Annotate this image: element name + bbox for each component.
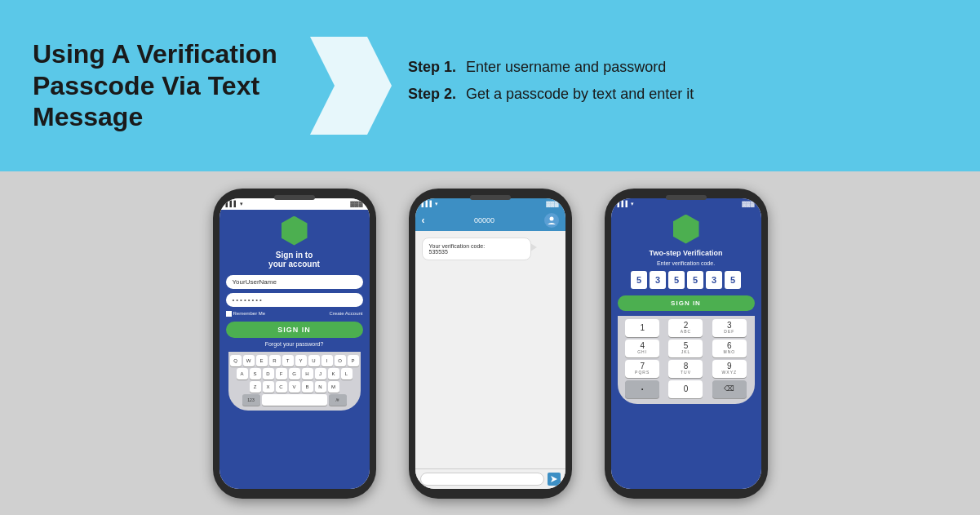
phone1-status-bar: ▌▌▌ ▾ ▓▓▓ (220, 198, 370, 210)
banner-steps: Step 1. Enter username and password Step… (392, 59, 947, 113)
key-j[interactable]: J (315, 368, 326, 380)
key-i[interactable]: I (321, 355, 333, 366)
key-d[interactable]: D (263, 368, 274, 380)
numpad-row4: · 0 ⌫ (621, 380, 752, 398)
numpad-row3: 7 PQRS 8 TUV 9 WXYZ (621, 360, 752, 378)
key-123[interactable]: 123 (242, 394, 260, 406)
create-account-link[interactable]: Create Account (329, 311, 362, 316)
username-input[interactable]: YourUserName (226, 275, 363, 289)
sign-in-button[interactable]: SIGN IN (226, 322, 363, 338)
phone2-screen: ▌▌▌ ▾ ▓▓▓ ‹ 00000 Your verification code… (415, 198, 565, 489)
num-key-0[interactable]: 0 (668, 380, 703, 398)
send-icon[interactable] (548, 473, 561, 486)
key-v[interactable]: V (289, 381, 300, 393)
bottom-area: ▌▌▌ ▾ ▓▓▓ Sign in to your account YourUs… (0, 171, 980, 515)
code-digit-4: 5 (687, 271, 703, 289)
step1-num: Step 1. (408, 59, 456, 76)
svg-marker-0 (310, 37, 392, 135)
code-digit-3: 5 (668, 271, 685, 289)
message-input-row (415, 468, 565, 489)
key-g[interactable]: G (289, 368, 300, 380)
key-special-chars[interactable]: /# (329, 394, 347, 406)
key-s[interactable]: S (250, 368, 261, 380)
code-digit-5: 3 (706, 271, 722, 289)
phone1-screen: ▌▌▌ ▾ ▓▓▓ Sign in to your account YourUs… (220, 198, 370, 489)
phone2-header: ‹ 00000 (415, 210, 565, 231)
verification-message: Your verification code:535535 (422, 238, 531, 260)
banner-left: Using A Verification Passcode Via Text M… (33, 38, 310, 132)
remember-me-label: Remember Me (226, 311, 266, 317)
key-m[interactable]: M (328, 381, 339, 393)
key-b[interactable]: B (302, 381, 313, 393)
phone1-app: Sign in to your account YourUserName •••… (220, 210, 370, 489)
keyboard: Q W E R T Y U I O P A S D (228, 352, 361, 411)
forgot-password-link[interactable]: Forgot your password? (265, 341, 324, 347)
key-l[interactable]: L (341, 368, 353, 380)
phone3-signal: ▌▌▌ ▾ (618, 201, 635, 207)
code-digit-1: 5 (631, 271, 647, 289)
key-t[interactable]: T (282, 355, 294, 366)
password-input[interactable]: •••••••• (226, 293, 363, 307)
key-u[interactable]: U (308, 355, 320, 366)
key-z[interactable]: Z (250, 381, 261, 393)
contact-avatar (544, 213, 559, 228)
num-key-dot[interactable]: · (625, 380, 659, 398)
key-w[interactable]: W (243, 355, 255, 366)
key-c[interactable]: C (276, 381, 287, 393)
num-key-7[interactable]: 7 PQRS (625, 360, 659, 378)
verify-title: Two-step Verification (650, 249, 723, 257)
step1: Step 1. Enter username and password (408, 59, 947, 76)
num-key-1[interactable]: 1 (625, 319, 659, 337)
sign-in-title: Sign in to your account (268, 251, 320, 269)
verify-subtitle: Enter verification code. (657, 260, 715, 266)
back-arrow-icon[interactable]: ‹ (422, 215, 425, 226)
num-key-5[interactable]: 5 JKL (668, 340, 703, 357)
num-key-6[interactable]: 6 MNO (712, 340, 747, 357)
key-a[interactable]: A (237, 368, 248, 380)
arrow-icon (310, 37, 392, 135)
num-key-8[interactable]: 8 TUV (668, 360, 703, 378)
remember-checkbox[interactable] (226, 311, 232, 317)
key-r[interactable]: R (269, 355, 281, 366)
phone3: ▌▌▌ ▾ ▓▓▓ Two-step Verification Enter ve… (605, 189, 768, 499)
backspace-key[interactable]: ⌫ (712, 380, 747, 398)
key-e[interactable]: E (256, 355, 268, 366)
phone1-signal: ▌▌▌ ▾ (226, 201, 244, 207)
remember-row: Remember Me Create Account (226, 311, 363, 317)
message-text: Your verification code:535535 (429, 243, 486, 255)
num-key-4[interactable]: 4 GHI (625, 340, 659, 357)
keyboard-row4: 123 /# (230, 394, 359, 406)
phone3-screen: ▌▌▌ ▾ ▓▓▓ Two-step Verification Enter ve… (611, 198, 761, 489)
phone1-battery: ▓▓▓ (350, 201, 362, 206)
svg-point-1 (549, 216, 553, 220)
step2-num: Step 2. (408, 86, 456, 103)
key-x[interactable]: X (263, 381, 274, 393)
keyboard-row1: Q W E R T Y U I O P (230, 355, 359, 366)
key-k[interactable]: K (328, 368, 339, 380)
num-key-9[interactable]: 9 WXYZ (712, 360, 747, 378)
key-space[interactable] (262, 394, 327, 406)
verify-sign-in-button[interactable]: SIGN IN (618, 295, 755, 311)
key-n[interactable]: N (315, 381, 326, 393)
numpad: 1 2 ABC 3 DEF 4 (618, 316, 755, 404)
numpad-row2: 4 GHI 5 JKL 6 MNO (621, 340, 752, 357)
message-input[interactable] (420, 473, 544, 486)
key-q[interactable]: Q (230, 355, 242, 366)
phone3-battery: ▓▓▓ (742, 201, 754, 206)
banner-title: Using A Verification Passcode Via Text M… (33, 38, 310, 132)
top-banner: Using A Verification Passcode Via Text M… (0, 0, 980, 171)
contact-id: 00000 (429, 216, 540, 224)
key-o[interactable]: O (335, 355, 346, 366)
key-h[interactable]: H (302, 368, 313, 380)
num-key-3[interactable]: 3 DEF (712, 319, 747, 337)
num-key-2[interactable]: 2 ABC (668, 319, 703, 337)
code-boxes: 5 3 5 5 3 5 (631, 271, 741, 289)
key-f[interactable]: F (276, 368, 287, 380)
phone2-status-bar: ▌▌▌ ▾ ▓▓▓ (415, 198, 565, 210)
message-body: Your verification code:535535 (415, 231, 565, 468)
key-p[interactable]: P (348, 355, 359, 366)
code-digit-2: 3 (650, 271, 666, 289)
step2: Step 2. Get a passcode by text and enter… (408, 86, 947, 103)
keyboard-row3: Z X C V B N M (230, 381, 359, 393)
key-y[interactable]: Y (295, 355, 307, 366)
